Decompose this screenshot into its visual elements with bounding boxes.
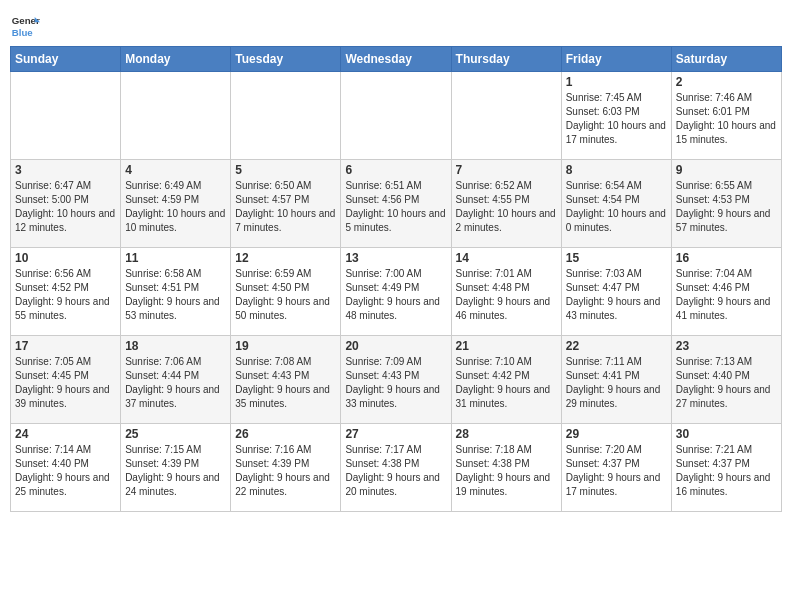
calendar-week-3: 10Sunrise: 6:56 AM Sunset: 4:52 PM Dayli…	[11, 248, 782, 336]
calendar-cell: 8Sunrise: 6:54 AM Sunset: 4:54 PM Daylig…	[561, 160, 671, 248]
calendar-cell: 18Sunrise: 7:06 AM Sunset: 4:44 PM Dayli…	[121, 336, 231, 424]
header: General Blue	[10, 10, 782, 40]
calendar-cell: 12Sunrise: 6:59 AM Sunset: 4:50 PM Dayli…	[231, 248, 341, 336]
logo: General Blue	[10, 10, 40, 40]
day-number: 17	[15, 339, 116, 353]
day-number: 19	[235, 339, 336, 353]
day-info: Sunrise: 7:09 AM Sunset: 4:43 PM Dayligh…	[345, 355, 446, 411]
day-info: Sunrise: 7:04 AM Sunset: 4:46 PM Dayligh…	[676, 267, 777, 323]
calendar-cell: 4Sunrise: 6:49 AM Sunset: 4:59 PM Daylig…	[121, 160, 231, 248]
day-info: Sunrise: 6:54 AM Sunset: 4:54 PM Dayligh…	[566, 179, 667, 235]
calendar-cell: 13Sunrise: 7:00 AM Sunset: 4:49 PM Dayli…	[341, 248, 451, 336]
day-info: Sunrise: 6:58 AM Sunset: 4:51 PM Dayligh…	[125, 267, 226, 323]
day-header-thursday: Thursday	[451, 47, 561, 72]
calendar-table: SundayMondayTuesdayWednesdayThursdayFrid…	[10, 46, 782, 512]
calendar-cell	[341, 72, 451, 160]
day-number: 29	[566, 427, 667, 441]
day-info: Sunrise: 7:11 AM Sunset: 4:41 PM Dayligh…	[566, 355, 667, 411]
day-number: 2	[676, 75, 777, 89]
calendar-cell: 27Sunrise: 7:17 AM Sunset: 4:38 PM Dayli…	[341, 424, 451, 512]
calendar-cell: 3Sunrise: 6:47 AM Sunset: 5:00 PM Daylig…	[11, 160, 121, 248]
day-info: Sunrise: 6:59 AM Sunset: 4:50 PM Dayligh…	[235, 267, 336, 323]
calendar-week-2: 3Sunrise: 6:47 AM Sunset: 5:00 PM Daylig…	[11, 160, 782, 248]
day-number: 13	[345, 251, 446, 265]
calendar-cell	[451, 72, 561, 160]
calendar-cell: 25Sunrise: 7:15 AM Sunset: 4:39 PM Dayli…	[121, 424, 231, 512]
day-number: 15	[566, 251, 667, 265]
day-info: Sunrise: 7:13 AM Sunset: 4:40 PM Dayligh…	[676, 355, 777, 411]
day-number: 4	[125, 163, 226, 177]
day-info: Sunrise: 7:01 AM Sunset: 4:48 PM Dayligh…	[456, 267, 557, 323]
day-header-saturday: Saturday	[671, 47, 781, 72]
day-number: 28	[456, 427, 557, 441]
calendar-cell: 6Sunrise: 6:51 AM Sunset: 4:56 PM Daylig…	[341, 160, 451, 248]
day-number: 30	[676, 427, 777, 441]
calendar-cell	[11, 72, 121, 160]
day-number: 1	[566, 75, 667, 89]
calendar-cell: 5Sunrise: 6:50 AM Sunset: 4:57 PM Daylig…	[231, 160, 341, 248]
day-number: 10	[15, 251, 116, 265]
calendar-cell: 17Sunrise: 7:05 AM Sunset: 4:45 PM Dayli…	[11, 336, 121, 424]
day-header-tuesday: Tuesday	[231, 47, 341, 72]
calendar-cell: 11Sunrise: 6:58 AM Sunset: 4:51 PM Dayli…	[121, 248, 231, 336]
day-header-wednesday: Wednesday	[341, 47, 451, 72]
calendar-cell: 19Sunrise: 7:08 AM Sunset: 4:43 PM Dayli…	[231, 336, 341, 424]
day-info: Sunrise: 7:45 AM Sunset: 6:03 PM Dayligh…	[566, 91, 667, 147]
calendar-week-1: 1Sunrise: 7:45 AM Sunset: 6:03 PM Daylig…	[11, 72, 782, 160]
svg-text:Blue: Blue	[12, 27, 34, 38]
day-header-friday: Friday	[561, 47, 671, 72]
day-number: 9	[676, 163, 777, 177]
day-number: 5	[235, 163, 336, 177]
calendar-cell: 22Sunrise: 7:11 AM Sunset: 4:41 PM Dayli…	[561, 336, 671, 424]
day-info: Sunrise: 7:18 AM Sunset: 4:38 PM Dayligh…	[456, 443, 557, 499]
calendar-cell: 26Sunrise: 7:16 AM Sunset: 4:39 PM Dayli…	[231, 424, 341, 512]
day-info: Sunrise: 6:55 AM Sunset: 4:53 PM Dayligh…	[676, 179, 777, 235]
calendar-cell: 2Sunrise: 7:46 AM Sunset: 6:01 PM Daylig…	[671, 72, 781, 160]
calendar-cell: 15Sunrise: 7:03 AM Sunset: 4:47 PM Dayli…	[561, 248, 671, 336]
day-info: Sunrise: 7:46 AM Sunset: 6:01 PM Dayligh…	[676, 91, 777, 147]
day-header-monday: Monday	[121, 47, 231, 72]
day-number: 6	[345, 163, 446, 177]
day-number: 23	[676, 339, 777, 353]
day-info: Sunrise: 6:56 AM Sunset: 4:52 PM Dayligh…	[15, 267, 116, 323]
day-number: 3	[15, 163, 116, 177]
calendar-cell: 30Sunrise: 7:21 AM Sunset: 4:37 PM Dayli…	[671, 424, 781, 512]
calendar-cell	[121, 72, 231, 160]
day-number: 25	[125, 427, 226, 441]
day-number: 22	[566, 339, 667, 353]
calendar-cell	[231, 72, 341, 160]
logo-icon: General Blue	[10, 10, 40, 40]
day-info: Sunrise: 7:15 AM Sunset: 4:39 PM Dayligh…	[125, 443, 226, 499]
calendar-body: 1Sunrise: 7:45 AM Sunset: 6:03 PM Daylig…	[11, 72, 782, 512]
day-number: 11	[125, 251, 226, 265]
day-info: Sunrise: 6:52 AM Sunset: 4:55 PM Dayligh…	[456, 179, 557, 235]
day-number: 8	[566, 163, 667, 177]
calendar-week-4: 17Sunrise: 7:05 AM Sunset: 4:45 PM Dayli…	[11, 336, 782, 424]
day-info: Sunrise: 7:17 AM Sunset: 4:38 PM Dayligh…	[345, 443, 446, 499]
calendar-cell: 16Sunrise: 7:04 AM Sunset: 4:46 PM Dayli…	[671, 248, 781, 336]
calendar-cell: 14Sunrise: 7:01 AM Sunset: 4:48 PM Dayli…	[451, 248, 561, 336]
day-info: Sunrise: 7:16 AM Sunset: 4:39 PM Dayligh…	[235, 443, 336, 499]
calendar-cell: 21Sunrise: 7:10 AM Sunset: 4:42 PM Dayli…	[451, 336, 561, 424]
calendar-cell: 1Sunrise: 7:45 AM Sunset: 6:03 PM Daylig…	[561, 72, 671, 160]
day-info: Sunrise: 7:14 AM Sunset: 4:40 PM Dayligh…	[15, 443, 116, 499]
day-number: 20	[345, 339, 446, 353]
day-number: 14	[456, 251, 557, 265]
day-info: Sunrise: 7:10 AM Sunset: 4:42 PM Dayligh…	[456, 355, 557, 411]
day-number: 24	[15, 427, 116, 441]
day-number: 26	[235, 427, 336, 441]
calendar-cell: 23Sunrise: 7:13 AM Sunset: 4:40 PM Dayli…	[671, 336, 781, 424]
day-number: 7	[456, 163, 557, 177]
calendar-cell: 24Sunrise: 7:14 AM Sunset: 4:40 PM Dayli…	[11, 424, 121, 512]
day-info: Sunrise: 7:06 AM Sunset: 4:44 PM Dayligh…	[125, 355, 226, 411]
day-info: Sunrise: 7:20 AM Sunset: 4:37 PM Dayligh…	[566, 443, 667, 499]
calendar-cell: 10Sunrise: 6:56 AM Sunset: 4:52 PM Dayli…	[11, 248, 121, 336]
day-info: Sunrise: 6:49 AM Sunset: 4:59 PM Dayligh…	[125, 179, 226, 235]
day-number: 12	[235, 251, 336, 265]
calendar-cell: 29Sunrise: 7:20 AM Sunset: 4:37 PM Dayli…	[561, 424, 671, 512]
calendar-cell: 20Sunrise: 7:09 AM Sunset: 4:43 PM Dayli…	[341, 336, 451, 424]
day-info: Sunrise: 6:47 AM Sunset: 5:00 PM Dayligh…	[15, 179, 116, 235]
day-info: Sunrise: 7:03 AM Sunset: 4:47 PM Dayligh…	[566, 267, 667, 323]
day-info: Sunrise: 7:00 AM Sunset: 4:49 PM Dayligh…	[345, 267, 446, 323]
day-number: 16	[676, 251, 777, 265]
